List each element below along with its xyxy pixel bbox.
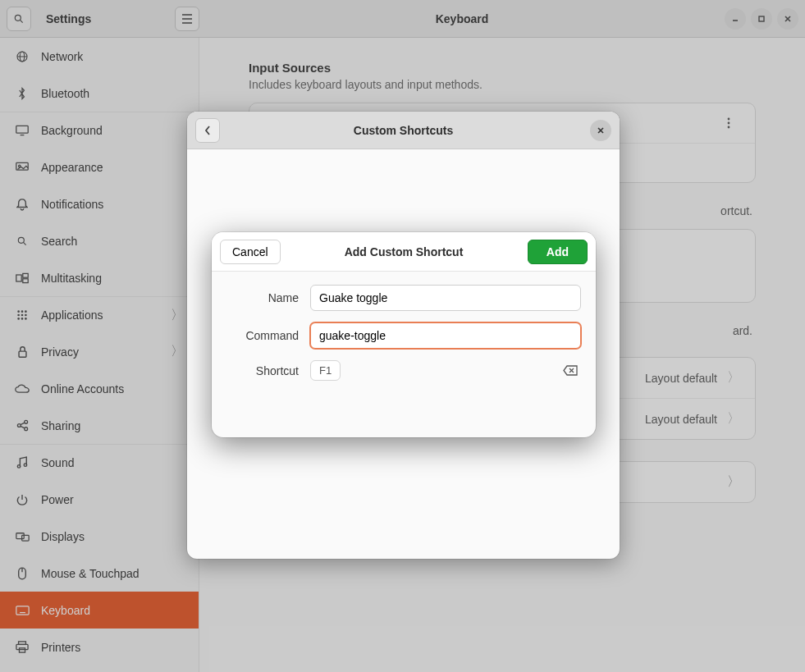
command-input[interactable] xyxy=(310,322,581,349)
cancel-button[interactable]: Cancel xyxy=(220,240,281,264)
back-button[interactable] xyxy=(195,118,220,143)
close-icon xyxy=(597,126,605,135)
shortcut-label: Shortcut xyxy=(226,364,299,377)
chevron-left-icon xyxy=(204,125,212,136)
shortcut-key[interactable]: F1 xyxy=(310,360,341,381)
add-button[interactable]: Add xyxy=(528,240,588,264)
backspace-icon xyxy=(563,365,578,376)
command-label: Command xyxy=(226,329,299,342)
sheet-close-button[interactable] xyxy=(590,120,611,141)
shortcut-clear-button[interactable] xyxy=(560,362,581,379)
add-custom-shortcut-dialog: Cancel Add Custom Shortcut Add Name Comm… xyxy=(212,232,596,437)
name-label: Name xyxy=(226,291,299,304)
name-input[interactable] xyxy=(310,285,581,311)
sheet-title: Custom Shortcuts xyxy=(187,124,620,137)
